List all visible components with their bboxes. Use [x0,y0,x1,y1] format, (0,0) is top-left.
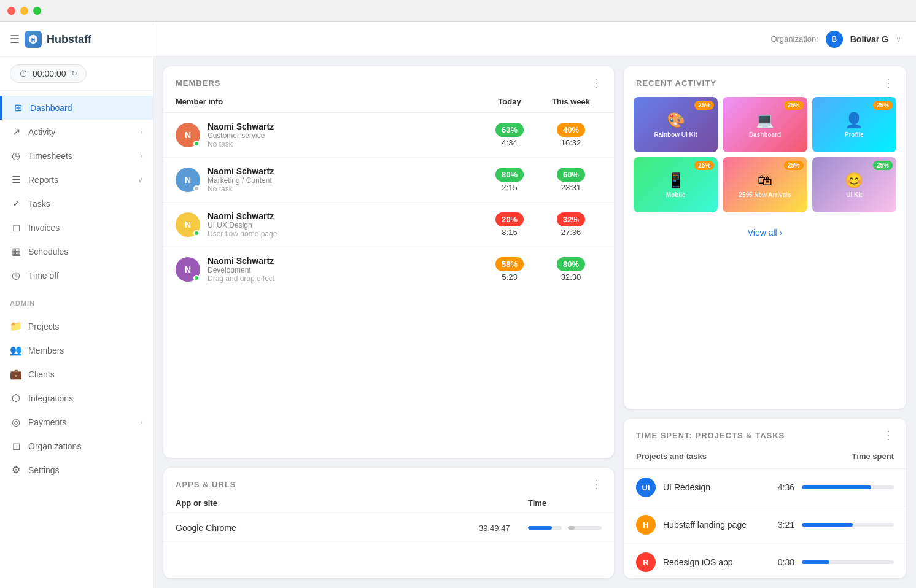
photo-item[interactable]: 😊 UI Kit 25% [812,157,896,212]
table-row[interactable]: N Naomi Schwartz Customer service No tas… [163,113,614,158]
content-area: MEMBERS ⋮ Member info Today This week N … [153,56,916,588]
today-time: 4:34 [479,138,540,147]
photo-item[interactable]: 👤 Profile 25% [812,97,896,152]
payments-icon: ◎ [10,416,22,428]
member-avatar-wrap: N [176,168,200,192]
members-card-menu[interactable]: ⋮ [591,76,602,90]
timeoff-icon: ◷ [10,269,22,281]
time-col-project-header: Projects and tasks [636,452,707,461]
list-item[interactable]: UI UI Redesign 4:36 [624,469,906,506]
time-spent-list: UI UI Redesign 4:36 H Hubstaff landing p… [624,469,906,581]
sidebar-item-payments[interactable]: ◎ Payments ‹ [0,410,153,434]
members-table-header: Member info Today This week [163,97,614,113]
titlebar [0,0,916,22]
status-dot [193,275,200,281]
photo-icon: 📱 [667,172,685,189]
view-report-section: View report › [624,581,906,588]
sidebar-header: ☰ H Hubstaff [0,22,153,57]
sidebar-item-label: Organizations [28,441,143,451]
week-value: 80% 32:30 [540,257,602,282]
org-dropdown-icon[interactable]: ∨ [896,35,901,44]
photo-item[interactable]: 📱 Mobile 25% [634,157,718,212]
traffic-light-red[interactable] [7,7,15,15]
list-item[interactable]: R Redesign iOS app 0:38 [624,544,906,581]
members-card-title: MEMBERS [176,79,220,88]
table-row[interactable]: N Naomi Schwartz Development Drag and dr… [163,247,614,292]
view-all-link[interactable]: View all › [748,228,783,238]
sidebar-item-timesheets[interactable]: ◷ Timesheets ‹ [0,144,153,168]
status-dot [193,230,200,236]
app-name: Google Chrome [176,523,479,533]
photo-text: 2595 New Arrivals [736,191,793,198]
sidebar-item-activity[interactable]: ↗ Activity ‹ [0,120,153,144]
chevron-icon: ‹ [141,418,143,427]
today-value: 20% 8:15 [479,212,540,237]
apps-card-title: APPS & URLS [176,480,236,489]
sidebar-item-settings[interactable]: ⚙ Settings [0,458,153,482]
chevron-down-icon: ∨ [138,176,143,184]
chevron-icon: ‹ [141,152,143,160]
timer-widget[interactable]: ⏱ 00:00:00 ↻ [10,64,87,83]
traffic-light-green[interactable] [33,7,41,15]
time-spent-value: 4:36 [764,482,794,492]
sidebar-item-reports[interactable]: ☰ Reports ∨ [0,168,153,191]
time-bar-fill [802,560,829,564]
photo-text: Profile [842,131,866,138]
photo-icon: 👤 [845,112,863,129]
sidebar-item-members[interactable]: 👥 Members [0,338,153,362]
svg-text:H: H [31,37,36,43]
members-list: N Naomi Schwartz Customer service No tas… [163,113,614,292]
time-spent-menu[interactable]: ⋮ [883,428,894,442]
sidebar-item-schedules[interactable]: ▦ Schedules [0,239,153,263]
today-time: 5:23 [479,273,540,282]
member-dept: Development [208,266,479,274]
time-spent-value: 0:38 [764,557,794,567]
invoices-icon: ◻ [10,222,22,233]
member-task: No task [208,140,479,149]
progress-fill-secondary [568,526,575,530]
week-time: 27:36 [540,228,602,237]
sidebar-item-integrations[interactable]: ⬡ Integrations [0,386,153,410]
apps-card-menu[interactable]: ⋮ [591,478,602,491]
sidebar-item-timeoff[interactable]: ◷ Time off [0,263,153,287]
week-badge: 80% [557,257,585,271]
menu-icon[interactable]: ☰ [10,33,20,46]
recent-activity-menu[interactable]: ⋮ [883,76,894,90]
project-icon: UI [636,478,656,497]
photo-item[interactable]: 🛍 2595 New Arrivals 25% [723,157,807,212]
list-item[interactable]: Google Chrome 39:49:47 [163,514,614,542]
sidebar-item-projects[interactable]: 📁 Projects [0,314,153,338]
apps-card-header: APPS & URLS ⋮ [163,468,614,498]
table-row[interactable]: N Naomi Schwartz UI UX Design User flow … [163,203,614,247]
sidebar-item-label: Invoices [28,223,143,233]
admin-nav: 📁 Projects 👥 Members 💼 Clients ⬡ Integra… [0,309,153,487]
sidebar-item-clients[interactable]: 💼 Clients [0,362,153,386]
today-value: 80% 2:15 [479,168,540,192]
view-all-section: View all › [624,222,906,248]
week-badge: 32% [557,212,585,226]
time-bar [802,523,894,527]
time-spent-header: TIME SPENT: PROJECTS & TASKS ⋮ [624,419,906,449]
photo-item[interactable]: 💻 Dashboard 25% [723,97,807,152]
photo-item[interactable]: 🎨 Rainbow UI Kit 25% [634,97,718,152]
admin-section-label: ADMIN [0,292,153,309]
app-time: 39:49:47 [479,524,522,533]
timer-refresh-icon[interactable]: ↻ [71,69,77,78]
sidebar-item-invoices[interactable]: ◻ Invoices [0,215,153,239]
week-badge: 40% [557,123,585,137]
traffic-light-yellow[interactable] [20,7,28,15]
members-icon: 👥 [10,344,22,356]
sidebar-item-dashboard[interactable]: ⊞ Dashboard [0,96,153,120]
today-time: 2:15 [479,183,540,192]
org-label: Organization: [770,34,818,44]
table-row[interactable]: N Naomi Schwartz Marketing / Content No … [163,158,614,203]
col-member-header: Member info [176,97,479,106]
right-panel: RECENT ACTIVITY ⋮ 🎨 Rainbow UI Kit 25% 💻… [624,66,906,578]
photo-text: Rainbow UI Kit [651,131,700,138]
recent-activity-header: RECENT ACTIVITY ⋮ [624,66,906,97]
list-item[interactable]: H Hubstaff landing page 3:21 [624,506,906,544]
member-dept: Marketing / Content [208,176,479,185]
sidebar-item-organizations[interactable]: ◻ Organizations [0,434,153,458]
photo-badge: 25% [694,161,714,170]
sidebar-item-tasks[interactable]: ✓ Tasks [0,191,153,215]
